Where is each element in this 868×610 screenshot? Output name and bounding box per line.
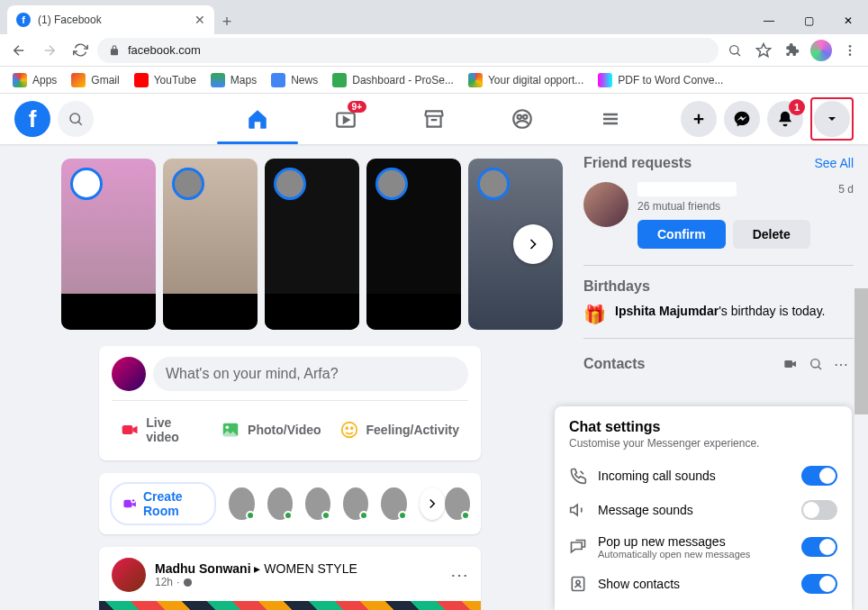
messenger-button[interactable] — [724, 101, 760, 137]
nav-marketplace[interactable] — [393, 96, 475, 142]
search-contacts-icon[interactable] — [803, 351, 828, 377]
setting-incoming-call[interactable]: Incoming call sounds — [569, 459, 837, 493]
delete-button[interactable]: Delete — [733, 220, 810, 249]
browser-toolbar: facebook.com — [0, 34, 868, 67]
chat-settings-subtitle: Customise your Messenger experience. — [569, 437, 837, 450]
svg-point-13 — [346, 427, 348, 429]
composer-placeholder: What's on your mind, Arfa? — [166, 366, 339, 382]
minimize-button[interactable]: — — [749, 7, 789, 34]
browser-tab[interactable]: f (1) Facebook ✕ — [7, 5, 214, 34]
svg-point-4 — [70, 114, 80, 123]
svg-rect-9 — [122, 425, 133, 434]
chat-icon — [569, 538, 587, 556]
bookmark-dashboard[interactable]: Dashboard - ProSe... — [327, 69, 459, 91]
see-all-link[interactable]: See All — [814, 156, 854, 170]
svg-point-21 — [576, 580, 580, 584]
live-video-button[interactable]: Live video — [112, 410, 212, 450]
profile-avatar[interactable] — [809, 38, 834, 63]
composer-input[interactable]: What's on your mind, Arfa? — [153, 357, 468, 391]
bookmark-gmail[interactable]: Gmail — [66, 69, 124, 91]
svg-rect-18 — [784, 360, 792, 368]
room-contact[interactable] — [305, 487, 330, 520]
notifications-button[interactable]: 1 — [767, 101, 803, 137]
friend-request-item[interactable]: 5 d 26 mutual friends Confirm Delete — [583, 178, 854, 252]
setting-show-contacts[interactable]: Show contacts — [569, 567, 837, 601]
account-menu-button[interactable] — [814, 101, 850, 137]
chat-settings-title: Chat settings — [569, 419, 837, 435]
birthdays-title: Birthdays — [583, 278, 854, 295]
close-tab-icon[interactable]: ✕ — [194, 13, 205, 27]
nav-back-button[interactable] — [5, 37, 32, 64]
chrome-menu-icon[interactable] — [837, 38, 863, 63]
nav-forward-button[interactable] — [36, 37, 63, 64]
story-card[interactable] — [163, 159, 258, 330]
new-tab-button[interactable]: + — [214, 9, 240, 34]
room-contact[interactable] — [343, 487, 368, 520]
contacts-options-icon[interactable]: ⋯ — [828, 351, 854, 377]
fb-logo[interactable]: f — [14, 101, 50, 137]
create-928room-button[interactable]: Create Room — [110, 482, 216, 525]
nav-menu[interactable] — [570, 96, 651, 142]
room-contact[interactable] — [381, 487, 406, 520]
story-card[interactable] — [366, 159, 461, 330]
setting-message-sounds[interactable]: Message sounds — [569, 493, 837, 527]
toggle-popup-messages[interactable] — [801, 537, 837, 557]
confirm-button[interactable]: Confirm — [637, 220, 726, 249]
create-button[interactable] — [681, 101, 717, 137]
bookmarks-bar: Apps Gmail YouTube Maps News Dashboard -… — [0, 67, 868, 94]
svg-point-7 — [518, 115, 521, 119]
post-author[interactable]: Madhu Sonwani — [155, 561, 251, 576]
scrollbar[interactable] — [854, 288, 868, 610]
nav-groups[interactable] — [482, 96, 563, 142]
user-avatar[interactable] — [112, 357, 146, 391]
room-contact[interactable] — [229, 487, 254, 520]
maximize-button[interactable]: ▢ — [789, 7, 828, 34]
bookmark-pdf[interactable]: PDF to Word Conve... — [592, 69, 728, 91]
extensions-icon[interactable] — [780, 38, 805, 63]
address-bar[interactable]: facebook.com — [97, 38, 719, 63]
bookmark-star-icon[interactable] — [751, 38, 776, 63]
chat-settings-popup: Chat settings Customise your Messenger e… — [555, 406, 852, 610]
post-menu-button[interactable]: ⋯ — [450, 564, 468, 586]
toggle-incoming-call[interactable] — [801, 466, 837, 486]
bookmark-youtube[interactable]: YouTube — [129, 69, 202, 91]
bookmark-label: News — [291, 74, 318, 86]
friend-requests-title: Friend requests — [583, 155, 692, 171]
feeling-button[interactable]: Feeling/Activity — [330, 410, 468, 450]
setting-label: Incoming call sounds — [598, 469, 791, 483]
story-card[interactable] — [265, 159, 359, 330]
toggle-show-contacts[interactable] — [801, 574, 837, 594]
bookmark-news[interactable]: News — [266, 69, 323, 91]
zoom-icon[interactable] — [722, 38, 747, 63]
nav-watch[interactable]: 9+ — [305, 96, 386, 142]
setting-popup-messages[interactable]: Pop up new messages Automatically open n… — [569, 527, 837, 567]
close-window-button[interactable]: ✕ — [828, 7, 868, 34]
birthday-item[interactable]: 🎁 Ipshita Majumdar's birthday is today. — [583, 304, 854, 325]
room-contact[interactable] — [445, 487, 470, 520]
divider — [583, 338, 854, 339]
svg-point-19 — [811, 360, 819, 368]
post-group[interactable]: WOMEN STYLE — [264, 561, 357, 576]
room-contact[interactable] — [267, 487, 293, 520]
bookmark-maps[interactable]: Maps — [205, 69, 262, 91]
bookmark-digital[interactable]: Your digital opport... — [463, 69, 589, 91]
photo-video-button[interactable]: Photo/Video — [212, 410, 330, 450]
live-label: Live video — [146, 415, 203, 444]
toggle-message-sounds[interactable] — [801, 500, 837, 520]
globe-icon — [183, 578, 193, 587]
setting-sublabel: Automatically open new messages — [598, 549, 791, 560]
phone-icon — [569, 467, 587, 485]
new-room-icon[interactable] — [778, 351, 803, 377]
nav-home[interactable] — [217, 96, 298, 142]
bookmark-apps[interactable]: Apps — [7, 69, 62, 91]
story-card[interactable] — [61, 159, 156, 330]
reload-button[interactable] — [67, 37, 94, 64]
stories-next-button[interactable] — [513, 224, 553, 264]
rooms-next-button[interactable] — [420, 487, 445, 520]
fb-search-button[interactable] — [58, 101, 94, 137]
fb-body: What's on your mind, Arfa? Live video Ph… — [0, 144, 868, 610]
post-image[interactable] — [99, 601, 481, 610]
facebook-favicon: f — [16, 13, 31, 27]
post-author-avatar[interactable] — [112, 558, 146, 592]
scroll-thumb[interactable] — [854, 288, 868, 414]
